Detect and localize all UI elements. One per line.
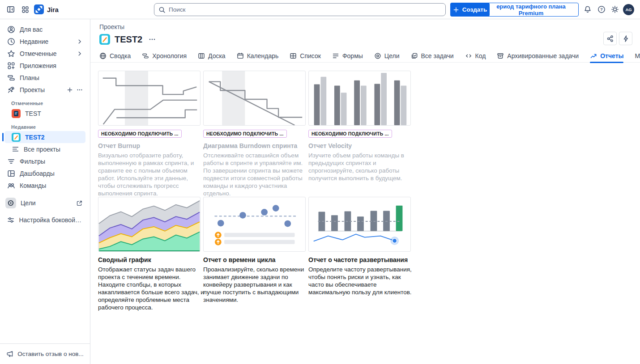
- megaphone-icon: [6, 350, 14, 358]
- sidebar-item-projects[interactable]: Проекты: [4, 84, 85, 96]
- tab-summary[interactable]: Сводка: [99, 50, 131, 63]
- tab-all-issues[interactable]: Все задачи: [411, 50, 454, 63]
- report-card-cycle-time[interactable]: Отчет о времени цикла Проанализируйте, с…: [203, 197, 306, 323]
- tab-calendar[interactable]: Календарь: [237, 50, 279, 63]
- sidebar-item-starred[interactable]: Отмеченные: [4, 47, 85, 59]
- tab-forms[interactable]: Формы: [332, 50, 363, 63]
- avatar[interactable]: AG: [623, 4, 634, 15]
- premium-trial-button[interactable]: ериод тарифного плана Premium: [483, 3, 579, 17]
- tab-reports[interactable]: Отчеты: [590, 50, 623, 63]
- connect-required-badge: НЕОБХОДИМО ПОДКЛЮЧИТЬ ...: [98, 130, 182, 138]
- sidebar-item-label: Настройка боковой па...: [19, 216, 83, 224]
- report-description: Проанализируйте, сколько времени занимае…: [203, 266, 310, 304]
- sidebar-item-label: Все проекты: [24, 146, 60, 153]
- report-title: Отчет о времени цикла: [203, 256, 306, 263]
- app-name: Jira: [47, 0, 59, 19]
- sidebar-item-all-projects[interactable]: Все проекты: [4, 143, 85, 155]
- jira-logo[interactable]: [34, 4, 44, 14]
- sidebar-item-dashboards[interactable]: Дашбоарды: [4, 167, 85, 179]
- calendar-icon: [237, 52, 244, 59]
- tab-list[interactable]: Список: [290, 50, 321, 63]
- external-link-icon: [76, 200, 83, 207]
- plans-icon: [7, 74, 15, 82]
- filter-icon: [7, 157, 15, 165]
- report-title: Отчет Velocity: [308, 142, 411, 149]
- bell-icon: [584, 5, 592, 13]
- project-test2-icon: [99, 34, 110, 45]
- breadcrumb[interactable]: Проекты: [99, 23, 124, 30]
- app-switcher-button[interactable]: [19, 4, 31, 15]
- svg-text:?: ?: [600, 7, 603, 12]
- sidebar-project-test2[interactable]: TEST2: [4, 131, 85, 143]
- report-card-burndown[interactable]: НЕОБХОДИМО ПОДКЛЮЧИТЬ ... Диаграмма Burn…: [203, 71, 306, 197]
- report-card-velocity[interactable]: НЕОБХОДИМО ПОДКЛЮЧИТЬ ... Отчет Velocity…: [308, 71, 411, 197]
- help-button[interactable]: ?: [595, 3, 608, 16]
- code-icon: [465, 52, 472, 59]
- tab-goals[interactable]: Цели: [374, 50, 400, 63]
- burndown-thumbnail: [203, 71, 306, 126]
- search-input[interactable]: [154, 3, 446, 16]
- stacked-area-chart-thumbnail: [98, 197, 200, 251]
- tab-timeline[interactable]: Хронология: [142, 50, 187, 63]
- sidebar-item-label: Недавние: [20, 38, 48, 45]
- sidebar-item-filters[interactable]: Фильтры: [4, 155, 85, 167]
- project-header: TEST2: [99, 34, 640, 45]
- report-card-cumulative-flow[interactable]: Сводный график Отображает статусы задач …: [98, 197, 201, 323]
- add-project-icon[interactable]: [67, 87, 73, 93]
- deployment-frequency-chart-thumbnail: [309, 197, 410, 251]
- sidebar-item-goals[interactable]: Цели: [4, 197, 85, 209]
- tab-board[interactable]: Доска: [198, 50, 226, 63]
- globe-icon: [99, 52, 107, 59]
- clock-icon: [7, 38, 15, 46]
- notifications-button[interactable]: [581, 3, 594, 16]
- sidebar-item-label: Фильтры: [20, 158, 45, 165]
- list-icon: [12, 145, 19, 153]
- sidebar-item-recent[interactable]: Недавние: [4, 35, 85, 47]
- goals-chip: [5, 198, 16, 208]
- tab-archived[interactable]: Архивированные задачи: [497, 50, 579, 63]
- chart-trend-icon: [590, 52, 597, 59]
- archive-icon: [497, 52, 504, 59]
- sidebar-section-recent: Недавние: [0, 123, 90, 131]
- automation-button[interactable]: [619, 32, 632, 45]
- report-card-deployment-frequency[interactable]: Отчет о частоте развертывания Определите…: [308, 197, 411, 323]
- sidebar: Для вас Недавние Отмеченные Приложения П…: [0, 19, 90, 364]
- board-icon: [198, 52, 205, 59]
- create-button[interactable]: Создать: [450, 3, 490, 17]
- plus-icon: [453, 7, 459, 13]
- collapse-sidebar-button[interactable]: [5, 4, 17, 15]
- sidebar-item-apps[interactable]: Приложения: [4, 59, 85, 72]
- tasks-icon: [411, 52, 418, 59]
- report-description: Изучите объем работы команды в предыдущи…: [308, 152, 415, 182]
- settings-button[interactable]: [609, 3, 621, 16]
- tab-more[interactable]: More 7: [635, 50, 640, 63]
- burnup-thumbnail: [98, 71, 201, 126]
- deployment-frequency-thumbnail: [308, 197, 411, 252]
- page-title: TEST2: [115, 34, 142, 45]
- gear-icon: [611, 5, 619, 13]
- global-search: [154, 3, 446, 16]
- sidebar-item-plans[interactable]: Планы: [4, 72, 85, 84]
- burndown-chart-thumbnail: [204, 71, 305, 125]
- project-name: TEST: [25, 110, 41, 117]
- project-more-button[interactable]: [147, 34, 158, 45]
- tab-code[interactable]: Код: [465, 50, 486, 63]
- main-content: Проекты TEST2: [90, 19, 640, 364]
- sidebar-project-test[interactable]: TEST: [4, 107, 85, 119]
- sidebar-item-label: Цели: [21, 199, 36, 207]
- more-projects-icon[interactable]: [77, 87, 83, 93]
- app-grid-icon: [21, 6, 29, 13]
- feedback-link[interactable]: Оставить отзыв о нов...: [0, 343, 90, 364]
- share-button[interactable]: [603, 32, 617, 45]
- sidebar-item-customize[interactable]: Настройка боковой па...: [4, 214, 85, 226]
- project-test-icon: [12, 109, 21, 118]
- sidebar-item-for-you[interactable]: Для вас: [4, 23, 85, 35]
- sidebar-section-starred: Отмеченные: [0, 99, 90, 107]
- search-icon: [158, 6, 166, 13]
- sidebar-item-teams[interactable]: Команды: [4, 179, 85, 191]
- share-icon: [606, 35, 614, 42]
- report-description: Отслеживайте оставшийся объем работы в с…: [203, 152, 310, 197]
- ellipsis-icon: [149, 36, 156, 43]
- report-description: Визуально отобразите работу, выполненную…: [98, 152, 205, 197]
- report-card-burnup[interactable]: НЕОБХОДИМО ПОДКЛЮЧИТЬ ... Отчет Burnup В…: [98, 71, 201, 197]
